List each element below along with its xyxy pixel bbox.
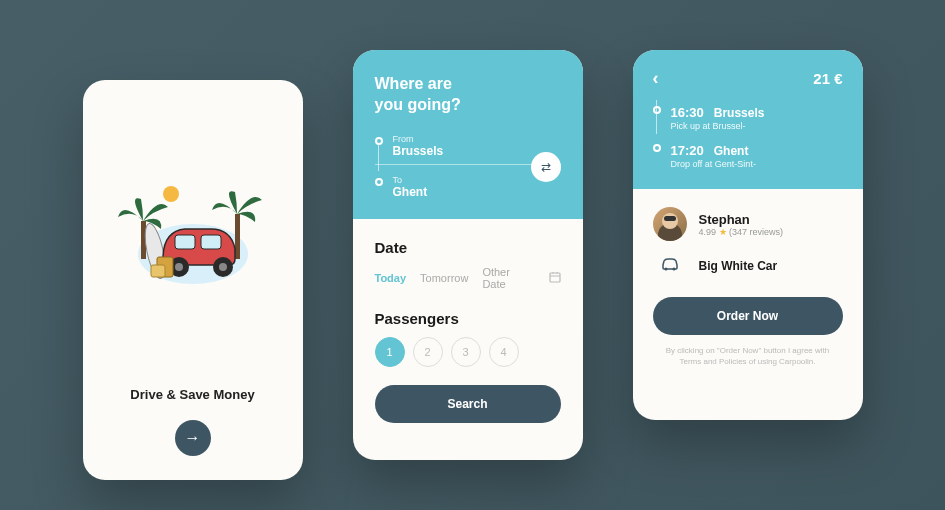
- svg-rect-13: [550, 273, 560, 282]
- tagline: Drive & Save Money: [83, 387, 303, 402]
- from-row[interactable]: From Brussels: [375, 134, 561, 158]
- dropoff-detail: Drop off at Gent-Sint-: [671, 159, 756, 169]
- trip-header: ‹ 21 € 16:30Brussels Pick up at Brussel-…: [633, 50, 863, 189]
- date-other[interactable]: Other Date: [482, 266, 534, 290]
- heading: Where are you going?: [375, 74, 561, 116]
- passenger-selector: 1 2 3 4: [375, 337, 561, 367]
- star-icon: ★: [719, 227, 727, 237]
- trip-detail-card: ‹ 21 € 16:30Brussels Pick up at Brussel-…: [633, 50, 863, 420]
- passengers-title: Passengers: [375, 310, 561, 327]
- date-title: Date: [375, 239, 561, 256]
- route-selector: From Brussels To Ghent ⇄: [375, 134, 561, 199]
- svg-point-10: [219, 263, 227, 271]
- dropoff-city: Ghent: [714, 144, 749, 158]
- svg-point-1: [163, 186, 179, 202]
- back-button[interactable]: ‹: [653, 68, 659, 89]
- next-button[interactable]: →: [175, 420, 211, 456]
- svg-point-8: [175, 263, 183, 271]
- pickup-stop: 16:30Brussels Pick up at Brussel-: [653, 103, 843, 131]
- pax-3[interactable]: 3: [451, 337, 481, 367]
- svg-rect-12: [151, 265, 165, 277]
- date-tomorrow[interactable]: Tomorrow: [420, 272, 468, 284]
- dropoff-stop: 17:20Ghent Drop off at Gent-Sint-: [653, 141, 843, 169]
- to-row[interactable]: To Ghent: [375, 175, 561, 199]
- price: 21 €: [813, 70, 842, 87]
- date-today[interactable]: Today: [375, 272, 407, 284]
- svg-point-17: [664, 268, 667, 271]
- pickup-time: 16:30: [671, 105, 704, 120]
- chevron-left-icon: ‹: [653, 68, 659, 88]
- to-dot-icon: [375, 178, 383, 186]
- arrow-right-icon: →: [185, 429, 201, 447]
- from-label: From: [393, 134, 561, 144]
- calendar-icon[interactable]: [549, 271, 561, 285]
- car-name: Big White Car: [699, 259, 778, 273]
- pax-4[interactable]: 4: [489, 337, 519, 367]
- driver-rating: 4.99 ★ (347 reviews): [699, 227, 784, 237]
- disclaimer: By clicking on "Order Now" button I agre…: [653, 345, 843, 367]
- onboarding-card: Drive & Save Money →: [83, 80, 303, 480]
- pickup-dot-icon: [653, 106, 661, 114]
- swap-button[interactable]: ⇄: [531, 152, 561, 182]
- dropoff-time: 17:20: [671, 143, 704, 158]
- driver-name: Stephan: [699, 212, 784, 227]
- swap-icon: ⇄: [541, 160, 551, 174]
- search-card: Where are you going? From Brussels To Gh…: [353, 50, 583, 460]
- pickup-detail: Pick up at Brussel-: [671, 121, 765, 131]
- route-line: [378, 144, 379, 171]
- driver-row[interactable]: Stephan 4.99 ★ (347 reviews): [653, 207, 843, 241]
- pax-1[interactable]: 1: [375, 337, 405, 367]
- order-button[interactable]: Order Now: [653, 297, 843, 335]
- search-header: Where are you going? From Brussels To Gh…: [353, 50, 583, 219]
- pickup-city: Brussels: [714, 106, 765, 120]
- dropoff-dot-icon: [653, 144, 661, 152]
- car-icon: [653, 257, 687, 275]
- illustration: [83, 80, 303, 387]
- date-options: Today Tomorrow Other Date: [375, 266, 561, 290]
- svg-rect-6: [201, 235, 221, 249]
- search-button[interactable]: Search: [375, 385, 561, 423]
- avatar: [653, 207, 687, 241]
- svg-point-18: [672, 268, 675, 271]
- svg-rect-5: [175, 235, 195, 249]
- pax-2[interactable]: 2: [413, 337, 443, 367]
- to-value: Ghent: [393, 185, 561, 199]
- car-row: Big White Car: [653, 257, 843, 275]
